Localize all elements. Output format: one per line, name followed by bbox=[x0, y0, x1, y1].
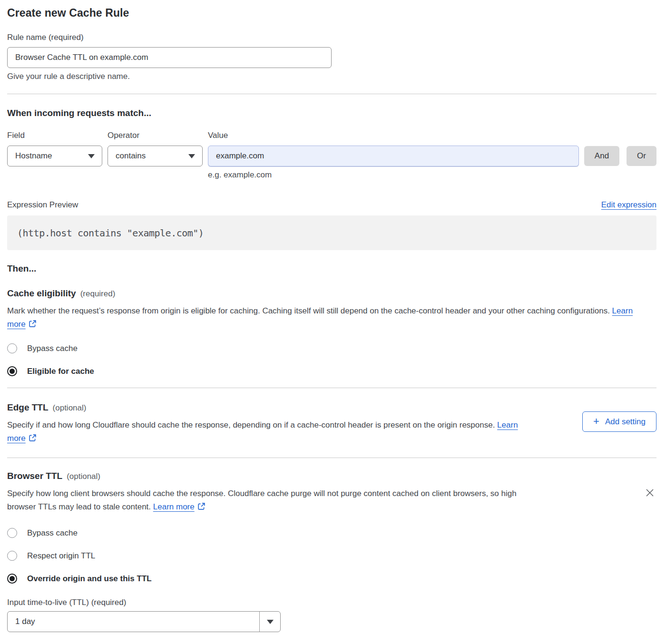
expression-preview-row: Expression Preview Edit expression bbox=[7, 200, 656, 210]
edge-ttl-qualifier: (optional) bbox=[53, 403, 87, 413]
divider bbox=[7, 94, 656, 94]
bypass-cache-radio[interactable]: Bypass cache bbox=[7, 343, 656, 353]
or-column: Or bbox=[627, 131, 656, 180]
and-button[interactable]: And bbox=[584, 146, 619, 166]
plus-icon: + bbox=[593, 416, 599, 427]
value-label: Value bbox=[208, 131, 579, 141]
edge-ttl-description: Specify if and how long Cloudflare shoul… bbox=[7, 419, 530, 446]
operator-select-value: contains bbox=[116, 151, 146, 161]
cache-eligibility-description: Mark whether the request’s response from… bbox=[7, 304, 647, 332]
field-column: Field Hostname bbox=[7, 131, 102, 180]
edge-ttl-title: Edge TTL bbox=[7, 402, 49, 413]
rule-name-input[interactable] bbox=[7, 47, 332, 68]
chevron-down-icon bbox=[188, 154, 195, 158]
operator-select[interactable]: contains bbox=[108, 146, 203, 166]
chevron-down-icon bbox=[267, 620, 274, 624]
browser-ttl-qualifier: (optional) bbox=[67, 472, 100, 481]
divider bbox=[7, 388, 656, 388]
expression-code-block: (http.host contains "example.com") bbox=[7, 215, 656, 250]
chevron-down-icon bbox=[88, 154, 95, 158]
eligible-for-cache-radio[interactable]: Eligible for cache bbox=[7, 366, 656, 376]
close-icon[interactable] bbox=[644, 488, 656, 499]
radio-icon bbox=[7, 343, 17, 353]
external-link-icon bbox=[197, 501, 206, 515]
override-origin-ttl-radio[interactable]: Override origin and use this TTL bbox=[7, 574, 656, 584]
cache-eligibility-qualifier: (required) bbox=[80, 289, 116, 299]
browser-ttl-description: Specify how long client browsers should … bbox=[7, 487, 526, 515]
field-select[interactable]: Hostname bbox=[7, 146, 102, 166]
cache-eligibility-section: Cache eligibility (required) Mark whethe… bbox=[7, 288, 656, 376]
edit-expression-link[interactable]: Edit expression bbox=[601, 200, 656, 210]
cache-eligibility-title: Cache eligibility bbox=[7, 288, 76, 299]
browser-bypass-cache-radio[interactable]: Bypass cache bbox=[7, 528, 656, 538]
radio-icon bbox=[7, 366, 17, 376]
edge-ttl-section: Edge TTL (optional) Specify if and how l… bbox=[7, 402, 656, 446]
match-heading: When incoming requests match... bbox=[7, 108, 656, 118]
value-column: Value e.g. example.com bbox=[208, 131, 579, 180]
cache-eligibility-radio-group: Bypass cache Eligible for cache bbox=[7, 343, 656, 376]
then-heading: Then... bbox=[7, 263, 656, 274]
value-help: e.g. example.com bbox=[208, 170, 579, 180]
value-input[interactable] bbox=[208, 146, 579, 166]
expression-code: (http.host contains "example.com") bbox=[17, 227, 204, 239]
rule-name-help: Give your rule a descriptive name. bbox=[7, 72, 656, 81]
match-condition-row: Field Hostname Operator contains Value e… bbox=[7, 131, 656, 180]
ttl-select-value: 1 day bbox=[8, 612, 259, 632]
radio-icon bbox=[7, 574, 17, 584]
external-link-icon bbox=[29, 433, 37, 446]
browser-ttl-section: Browser TTL (optional) Specify how long … bbox=[7, 471, 656, 632]
browser-ttl-learn-more-link[interactable]: Learn more bbox=[153, 502, 195, 511]
rule-name-label: Rule name (required) bbox=[7, 33, 656, 42]
field-select-value: Hostname bbox=[15, 151, 52, 161]
external-link-icon bbox=[29, 319, 37, 332]
operator-label: Operator bbox=[108, 131, 203, 141]
ttl-select[interactable]: 1 day bbox=[7, 611, 281, 632]
add-setting-button[interactable]: + Add setting bbox=[582, 411, 656, 432]
create-cache-rule-form: Create new Cache Rule Rule name (require… bbox=[0, 0, 666, 641]
or-button[interactable]: Or bbox=[627, 146, 656, 166]
radio-icon bbox=[7, 551, 17, 561]
browser-ttl-radio-group: Bypass cache Respect origin TTL Override… bbox=[7, 528, 656, 584]
browser-ttl-title: Browser TTL bbox=[7, 471, 62, 481]
field-label: Field bbox=[7, 131, 102, 141]
radio-icon bbox=[7, 528, 17, 538]
operator-column: Operator contains bbox=[108, 131, 203, 180]
ttl-select-arrow-button[interactable] bbox=[259, 612, 280, 632]
divider bbox=[7, 458, 656, 458]
page-title: Create new Cache Rule bbox=[7, 7, 656, 20]
and-column: And bbox=[584, 131, 619, 180]
expression-preview-label: Expression Preview bbox=[7, 200, 78, 210]
ttl-input-label: Input time-to-live (TTL) (required) bbox=[7, 598, 656, 607]
respect-origin-ttl-radio[interactable]: Respect origin TTL bbox=[7, 551, 656, 561]
